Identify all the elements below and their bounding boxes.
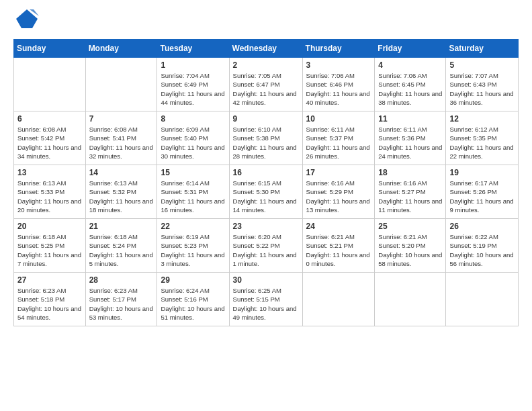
day-number: 21 [89, 222, 154, 231]
calendar-cell: 21Sunrise: 6:18 AM Sunset: 5:24 PM Dayli… [85, 219, 157, 273]
day-number: 8 [161, 114, 225, 124]
calendar-cell: 13Sunrise: 6:13 AM Sunset: 5:33 PM Dayli… [14, 165, 86, 219]
day-number: 10 [306, 114, 371, 124]
calendar-week-1: 1Sunrise: 7:04 AM Sunset: 6:49 PM Daylig… [14, 58, 519, 111]
day-number: 17 [306, 168, 371, 177]
day-info: Sunrise: 6:13 AM Sunset: 5:33 PM Dayligh… [17, 179, 82, 214]
day-number: 14 [89, 168, 154, 177]
day-info: Sunrise: 6:19 AM Sunset: 5:23 PM Dayligh… [161, 232, 225, 268]
day-info: Sunrise: 6:16 AM Sunset: 5:27 PM Dayligh… [378, 179, 442, 214]
calendar-cell: 27Sunrise: 6:23 AM Sunset: 5:18 PM Dayli… [14, 273, 86, 326]
day-info: Sunrise: 6:20 AM Sunset: 5:22 PM Dayligh… [233, 232, 299, 268]
day-info: Sunrise: 7:07 AM Sunset: 6:43 PM Dayligh… [449, 71, 515, 107]
day-info: Sunrise: 6:09 AM Sunset: 5:40 PM Dayligh… [161, 125, 225, 161]
calendar-cell: 23Sunrise: 6:20 AM Sunset: 5:22 PM Dayli… [229, 219, 302, 273]
calendar-cell: 11Sunrise: 6:11 AM Sunset: 5:36 PM Dayli… [375, 111, 446, 165]
day-info: Sunrise: 6:11 AM Sunset: 5:37 PM Dayligh… [306, 125, 371, 161]
day-info: Sunrise: 7:04 AM Sunset: 6:49 PM Dayligh… [161, 71, 225, 107]
col-saturday: Saturday [446, 40, 519, 58]
day-number: 15 [161, 168, 225, 177]
calendar-cell: 10Sunrise: 6:11 AM Sunset: 5:37 PM Dayli… [302, 111, 375, 165]
calendar-cell: 30Sunrise: 6:25 AM Sunset: 5:15 PM Dayli… [229, 273, 302, 326]
calendar-cell: 20Sunrise: 6:18 AM Sunset: 5:25 PM Dayli… [14, 219, 86, 273]
day-info: Sunrise: 6:15 AM Sunset: 5:30 PM Dayligh… [233, 179, 299, 214]
day-info: Sunrise: 6:22 AM Sunset: 5:19 PM Dayligh… [449, 232, 515, 268]
day-number: 13 [17, 168, 82, 177]
calendar-week-5: 27Sunrise: 6:23 AM Sunset: 5:18 PM Dayli… [14, 273, 519, 326]
calendar-cell: 22Sunrise: 6:19 AM Sunset: 5:23 PM Dayli… [157, 219, 229, 273]
day-info: Sunrise: 6:08 AM Sunset: 5:42 PM Dayligh… [17, 125, 82, 161]
day-info: Sunrise: 6:18 AM Sunset: 5:24 PM Dayligh… [89, 232, 154, 268]
col-thursday: Thursday [302, 40, 375, 58]
day-info: Sunrise: 6:16 AM Sunset: 5:29 PM Dayligh… [306, 179, 371, 214]
calendar-week-2: 6Sunrise: 6:08 AM Sunset: 5:42 PM Daylig… [14, 111, 519, 165]
day-info: Sunrise: 6:11 AM Sunset: 5:36 PM Dayligh… [378, 125, 442, 161]
calendar-cell: 7Sunrise: 6:08 AM Sunset: 5:41 PM Daylig… [85, 111, 157, 165]
day-number: 19 [449, 168, 515, 177]
day-info: Sunrise: 6:23 AM Sunset: 5:17 PM Dayligh… [89, 286, 154, 322]
calendar-table: Sunday Monday Tuesday Wednesday Thursday… [13, 39, 519, 326]
day-info: Sunrise: 6:12 AM Sunset: 5:35 PM Dayligh… [449, 125, 515, 161]
calendar-week-4: 20Sunrise: 6:18 AM Sunset: 5:25 PM Dayli… [14, 219, 519, 273]
day-number: 9 [233, 114, 299, 124]
day-number: 3 [306, 60, 371, 70]
logo [13, 11, 39, 31]
day-number: 28 [89, 275, 154, 285]
day-number: 26 [449, 222, 515, 231]
day-info: Sunrise: 6:18 AM Sunset: 5:25 PM Dayligh… [17, 232, 82, 268]
day-number: 16 [233, 168, 299, 177]
calendar-week-3: 13Sunrise: 6:13 AM Sunset: 5:33 PM Dayli… [14, 165, 519, 219]
calendar-cell: 25Sunrise: 6:21 AM Sunset: 5:20 PM Dayli… [375, 219, 446, 273]
day-number: 12 [449, 114, 515, 124]
calendar-cell: 14Sunrise: 6:13 AM Sunset: 5:32 PM Dayli… [85, 165, 157, 219]
header [13, 11, 519, 31]
day-info: Sunrise: 6:21 AM Sunset: 5:21 PM Dayligh… [306, 232, 371, 268]
col-friday: Friday [375, 40, 446, 58]
calendar-cell [302, 273, 375, 326]
calendar-cell: 4Sunrise: 7:06 AM Sunset: 6:45 PM Daylig… [375, 58, 446, 111]
calendar-cell [375, 273, 446, 326]
day-info: Sunrise: 6:24 AM Sunset: 5:16 PM Dayligh… [161, 286, 225, 322]
day-number: 29 [161, 275, 225, 285]
day-info: Sunrise: 6:10 AM Sunset: 5:38 PM Dayligh… [233, 125, 299, 161]
day-info: Sunrise: 6:21 AM Sunset: 5:20 PM Dayligh… [378, 232, 442, 268]
day-number: 11 [378, 114, 442, 124]
col-tuesday: Tuesday [157, 40, 229, 58]
day-number: 27 [17, 275, 82, 285]
day-number: 25 [378, 222, 442, 231]
day-info: Sunrise: 6:13 AM Sunset: 5:32 PM Dayligh… [89, 179, 154, 214]
calendar-cell: 5Sunrise: 7:07 AM Sunset: 6:43 PM Daylig… [446, 58, 519, 111]
day-info: Sunrise: 6:08 AM Sunset: 5:41 PM Dayligh… [89, 125, 154, 161]
day-number: 2 [233, 60, 299, 70]
calendar-cell: 12Sunrise: 6:12 AM Sunset: 5:35 PM Dayli… [446, 111, 519, 165]
day-info: Sunrise: 6:23 AM Sunset: 5:18 PM Dayligh… [17, 286, 82, 322]
calendar-cell: 2Sunrise: 7:05 AM Sunset: 6:47 PM Daylig… [229, 58, 302, 111]
calendar-cell: 29Sunrise: 6:24 AM Sunset: 5:16 PM Dayli… [157, 273, 229, 326]
calendar-cell: 26Sunrise: 6:22 AM Sunset: 5:19 PM Dayli… [446, 219, 519, 273]
day-number: 6 [17, 114, 82, 124]
calendar-cell: 9Sunrise: 6:10 AM Sunset: 5:38 PM Daylig… [229, 111, 302, 165]
page: Sunday Monday Tuesday Wednesday Thursday… [0, 0, 532, 411]
day-number: 22 [161, 222, 225, 231]
calendar-cell: 17Sunrise: 6:16 AM Sunset: 5:29 PM Dayli… [302, 165, 375, 219]
col-sunday: Sunday [14, 40, 86, 58]
day-number: 1 [161, 60, 225, 70]
logo-icon [15, 7, 39, 31]
day-number: 5 [449, 60, 515, 70]
day-number: 23 [233, 222, 299, 231]
calendar-cell [14, 58, 86, 111]
day-info: Sunrise: 7:06 AM Sunset: 6:46 PM Dayligh… [306, 71, 371, 107]
day-number: 20 [17, 222, 82, 231]
calendar-cell [446, 273, 519, 326]
day-number: 7 [89, 114, 154, 124]
day-number: 30 [233, 275, 299, 285]
day-number: 4 [378, 60, 442, 70]
calendar-cell: 18Sunrise: 6:16 AM Sunset: 5:27 PM Dayli… [375, 165, 446, 219]
day-number: 18 [378, 168, 442, 177]
col-monday: Monday [85, 40, 157, 58]
calendar-cell: 16Sunrise: 6:15 AM Sunset: 5:30 PM Dayli… [229, 165, 302, 219]
calendar-cell: 15Sunrise: 6:14 AM Sunset: 5:31 PM Dayli… [157, 165, 229, 219]
calendar-header-row: Sunday Monday Tuesday Wednesday Thursday… [14, 40, 519, 58]
day-info: Sunrise: 7:05 AM Sunset: 6:47 PM Dayligh… [233, 71, 299, 107]
day-info: Sunrise: 6:25 AM Sunset: 5:15 PM Dayligh… [233, 286, 299, 322]
